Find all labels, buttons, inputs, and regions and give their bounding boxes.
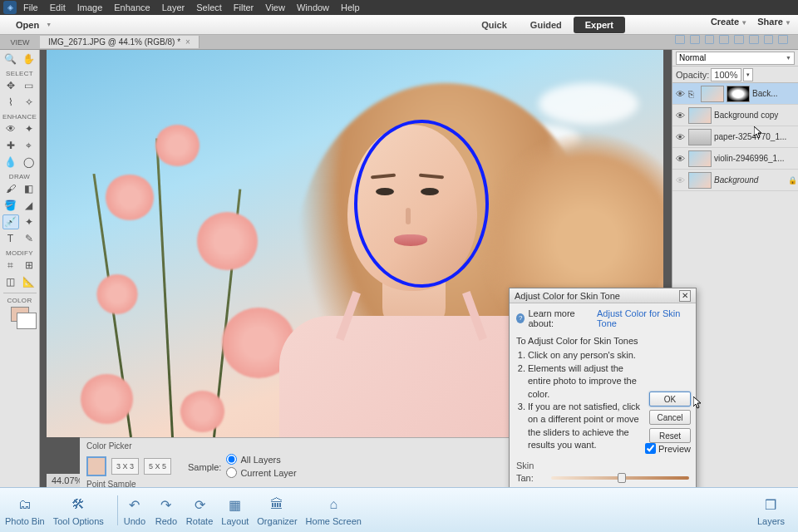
mode-quick[interactable]: Quick xyxy=(470,17,519,33)
rotate-button[interactable]: ⟳Rotate xyxy=(186,494,213,526)
visibility-toggle-icon[interactable]: 👁 xyxy=(674,175,686,185)
open-dropdown[interactable]: Open xyxy=(7,17,61,32)
redo-button[interactable]: ↷Redo xyxy=(155,494,178,526)
brush-tool-icon[interactable]: 🖌 xyxy=(2,181,19,196)
undo-button[interactable]: ↶Undo xyxy=(123,494,146,526)
visibility-toggle-icon[interactable]: 👁 xyxy=(674,154,686,164)
panel-icon[interactable] xyxy=(749,35,759,44)
sample-current-layer-radio[interactable]: Current Layer xyxy=(226,467,296,478)
gradient-tool-icon[interactable]: ◢ xyxy=(21,198,37,213)
blur-tool-icon[interactable]: 💧 xyxy=(2,155,19,170)
layer-name[interactable]: paper-3254770_1... xyxy=(714,132,796,141)
layer-name[interactable]: Background xyxy=(714,175,786,185)
tool-options-button[interactable]: 🛠Tool Options xyxy=(53,494,104,526)
content-tool-icon[interactable]: ◫ xyxy=(2,274,19,289)
wand-tool-icon[interactable]: ✧ xyxy=(21,95,37,110)
learn-more-link[interactable]: Adjust Color for Skin Tone xyxy=(597,308,689,328)
menu-image[interactable]: Image xyxy=(77,2,103,12)
crop-tool-icon[interactable]: ⌗ xyxy=(2,258,19,273)
sample-5x5-button[interactable]: 5 X 5 xyxy=(144,458,171,475)
home-icon: ⌂ xyxy=(322,494,345,515)
layer-row[interactable]: 👁 Background 🔒 xyxy=(672,170,798,191)
mode-guided[interactable]: Guided xyxy=(519,17,574,33)
link-icon[interactable]: ⎘ xyxy=(688,89,698,99)
menu-select[interactable]: Select xyxy=(196,2,222,12)
layer-row[interactable]: 👁 Background copy xyxy=(672,105,798,126)
layer-name[interactable]: Back... xyxy=(752,89,796,98)
layer-row[interactable]: 👁 paper-3254770_1... xyxy=(672,126,798,148)
panel-icon[interactable] xyxy=(764,35,774,44)
opacity-input[interactable]: 100% xyxy=(711,68,741,81)
menu-file[interactable]: File xyxy=(23,2,38,12)
clone-tool-icon[interactable]: ⌖ xyxy=(21,138,37,153)
home-screen-button[interactable]: ⌂Home Screen xyxy=(306,494,362,526)
organizer-button[interactable]: 🏛Organizer xyxy=(257,494,297,526)
panel-icon[interactable] xyxy=(778,35,788,44)
move-tool-icon[interactable]: ✥ xyxy=(2,78,19,93)
menu-view[interactable]: View xyxy=(265,2,285,12)
sample-label: Sample: xyxy=(188,462,221,472)
panel-icon[interactable] xyxy=(734,35,744,44)
organizer-icon: 🏛 xyxy=(265,494,288,515)
blend-mode-select[interactable]: Normal xyxy=(676,52,795,65)
redeye-tool-icon[interactable]: 👁 xyxy=(2,121,19,136)
menu-help[interactable]: Help xyxy=(341,2,360,12)
menu-edit[interactable]: Edit xyxy=(50,2,66,12)
menu-layer[interactable]: Layer xyxy=(162,2,185,12)
zoom-tool-icon[interactable]: 🔍 xyxy=(2,52,19,66)
layer-mask-thumb[interactable] xyxy=(727,86,750,102)
panel-icon[interactable] xyxy=(719,35,729,44)
menu-filter[interactable]: Filter xyxy=(234,2,254,12)
panel-icon[interactable] xyxy=(690,35,700,44)
ok-button[interactable]: OK xyxy=(649,392,691,406)
sample-all-layers-radio[interactable]: All Layers xyxy=(226,454,296,465)
mode-tabs: Quick Guided Expert xyxy=(470,17,625,33)
cancel-button[interactable]: Cancel xyxy=(649,410,691,425)
create-dropdown[interactable]: Create xyxy=(711,17,747,27)
modify-group-label: MODIFY xyxy=(6,249,33,257)
layer-name[interactable]: violin-2946996_1... xyxy=(714,154,796,163)
close-icon[interactable]: ✕ xyxy=(679,290,691,302)
visibility-toggle-icon[interactable]: 👁 xyxy=(674,111,686,121)
eyedropper-tool-icon[interactable]: 💉 xyxy=(2,214,19,229)
mode-expert[interactable]: Expert xyxy=(574,17,625,33)
menu-enhance[interactable]: Enhance xyxy=(114,2,150,12)
layout-button[interactable]: ▦Layout xyxy=(221,494,249,526)
layer-row[interactable]: 👁 violin-2946996_1... xyxy=(672,148,798,170)
layer-name[interactable]: Background copy xyxy=(714,111,796,120)
tan-label: Tan: xyxy=(516,473,546,483)
layout-icon: ▦ xyxy=(224,494,247,515)
sample-3x3-button[interactable]: 3 X 3 xyxy=(111,458,139,475)
opacity-stepper-icon[interactable]: ▾ xyxy=(743,68,753,81)
whiten-tool-icon[interactable]: ✦ xyxy=(21,121,37,136)
lasso-tool-icon[interactable]: ⌇ xyxy=(2,95,19,110)
marquee-tool-icon[interactable]: ▭ xyxy=(21,78,37,93)
sample-color-swatch[interactable] xyxy=(86,456,106,476)
tan-slider[interactable] xyxy=(551,476,689,480)
preview-checkbox[interactable]: Preview xyxy=(645,443,691,454)
sponge-tool-icon[interactable]: ◯ xyxy=(21,155,37,170)
eraser-tool-icon[interactable]: ◧ xyxy=(21,181,37,196)
menu-window[interactable]: Window xyxy=(297,2,329,12)
pencil-tool-icon[interactable]: ✎ xyxy=(21,231,37,246)
shape-tool-icon[interactable]: ✦ xyxy=(21,214,37,229)
document-tab[interactable]: IMG_2671.JPG @ 44.1% (RGB/8) * xyxy=(40,36,200,48)
layer-row[interactable]: 👁 ⎘ Back... xyxy=(672,83,798,105)
panel-icon[interactable] xyxy=(675,35,685,44)
visibility-toggle-icon[interactable]: 👁 xyxy=(674,89,686,99)
color-swatch[interactable] xyxy=(11,307,29,322)
photo-bin-button[interactable]: 🗂Photo Bin xyxy=(5,494,45,526)
healing-tool-icon[interactable]: ✚ xyxy=(2,138,19,153)
panel-icon[interactable] xyxy=(705,35,715,44)
dialog-titlebar[interactable]: Adjust Color for Skin Tone ✕ xyxy=(510,288,696,303)
create-share-bar: Create Share xyxy=(711,17,791,27)
straighten-tool-icon[interactable]: 📐 xyxy=(21,274,37,289)
hand-tool-icon[interactable]: ✋ xyxy=(21,52,37,66)
visibility-toggle-icon[interactable]: 👁 xyxy=(674,132,686,142)
layers-button[interactable]: ❒Layers xyxy=(757,494,785,526)
reset-button[interactable]: Reset xyxy=(649,428,691,443)
fill-tool-icon[interactable]: 🪣 xyxy=(2,198,19,213)
share-dropdown[interactable]: Share xyxy=(757,17,791,27)
text-tool-icon[interactable]: T xyxy=(2,231,19,246)
recompose-tool-icon[interactable]: ⊞ xyxy=(21,258,37,273)
